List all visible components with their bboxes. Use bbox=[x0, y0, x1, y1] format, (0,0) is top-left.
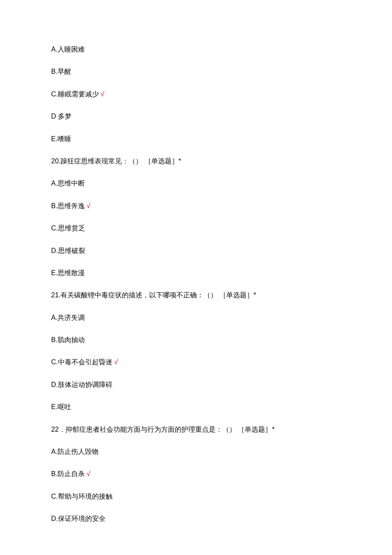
option-text: C.帮助与环境的接触 bbox=[51, 493, 112, 500]
option-item: E.嗜睡 bbox=[51, 134, 341, 144]
option-item: A.思维中断 bbox=[51, 179, 341, 188]
option-text: A.入睡困难 bbox=[51, 46, 85, 53]
option-text: B.早醒 bbox=[51, 68, 71, 75]
question-text: 20.躁狂症思维表现常见：（） ［单选题］* bbox=[51, 157, 341, 166]
option-text: D 多梦 bbox=[51, 113, 72, 120]
option-text: E.嗜睡 bbox=[51, 135, 71, 142]
option-item: B.肌肉抽动 bbox=[51, 335, 341, 345]
option-text: B.肌肉抽动 bbox=[51, 336, 85, 343]
checkmark-icon: √ bbox=[101, 90, 104, 98]
option-text: A.思维中断 bbox=[51, 180, 85, 187]
option-item: C.思维贫乏 bbox=[51, 224, 341, 233]
option-text: B.防止自杀 bbox=[51, 470, 85, 477]
option-item: B.防止自杀√ bbox=[51, 469, 341, 479]
option-item: E.思维散漫 bbox=[51, 268, 341, 278]
checkmark-icon: √ bbox=[86, 470, 90, 477]
question-text: 21.有关碳酸锂中毒症状的描述，以下哪项不正确：（） ［单选题］* bbox=[51, 291, 341, 300]
option-item: D.保证环境的安全 bbox=[51, 514, 341, 523]
question-label: 20.躁狂症思维表现常见：（） ［单选题］* bbox=[51, 157, 181, 165]
option-item: D.肢体运动协调障碍 bbox=[51, 380, 341, 389]
question-label: 22．抑郁症患者社会功能方面与行为方面的护理重点是：（） ［单选题］* bbox=[51, 426, 274, 433]
option-item: C.帮助与环境的接触 bbox=[51, 492, 341, 501]
option-item: C.中毒不会引起昏迷√ bbox=[51, 357, 341, 367]
option-item: E.呕吐 bbox=[51, 402, 341, 412]
option-text: B.思维奔逸 bbox=[51, 202, 85, 209]
option-item: D.思维破裂 bbox=[51, 246, 341, 256]
option-text: C.思维贫乏 bbox=[51, 224, 85, 232]
question-text: 22．抑郁症患者社会功能方面与行为方面的护理重点是：（） ［单选题］* bbox=[51, 425, 341, 434]
option-item: B.早醒 bbox=[51, 67, 341, 76]
option-item: B.思维奔逸√ bbox=[51, 201, 341, 211]
option-item: A.入睡困难 bbox=[51, 45, 341, 54]
option-text: D.肢体运动协调障碍 bbox=[51, 381, 112, 388]
option-item: A.共济失调 bbox=[51, 313, 341, 323]
option-text: D.思维破裂 bbox=[51, 247, 85, 254]
option-item: A.防止伤人毁物 bbox=[51, 447, 341, 456]
question-label: 21.有关碳酸锂中毒症状的描述，以下哪项不正确：（） ［单选题］* bbox=[51, 291, 256, 299]
checkmark-icon: √ bbox=[114, 358, 118, 366]
checkmark-icon: √ bbox=[86, 202, 90, 209]
option-text: D.保证环境的安全 bbox=[51, 515, 106, 522]
option-text: A.防止伤人毁物 bbox=[51, 448, 98, 455]
option-text: E.思维散漫 bbox=[51, 269, 85, 276]
option-text: C.睡眠需要减少 bbox=[51, 90, 99, 98]
option-text: E.呕吐 bbox=[51, 403, 71, 410]
option-item: C.睡眠需要减少√ bbox=[51, 90, 341, 99]
option-text: C.中毒不会引起昏迷 bbox=[51, 358, 112, 366]
option-text: A.共济失调 bbox=[51, 314, 85, 321]
option-item: D 多梦 bbox=[51, 112, 341, 121]
